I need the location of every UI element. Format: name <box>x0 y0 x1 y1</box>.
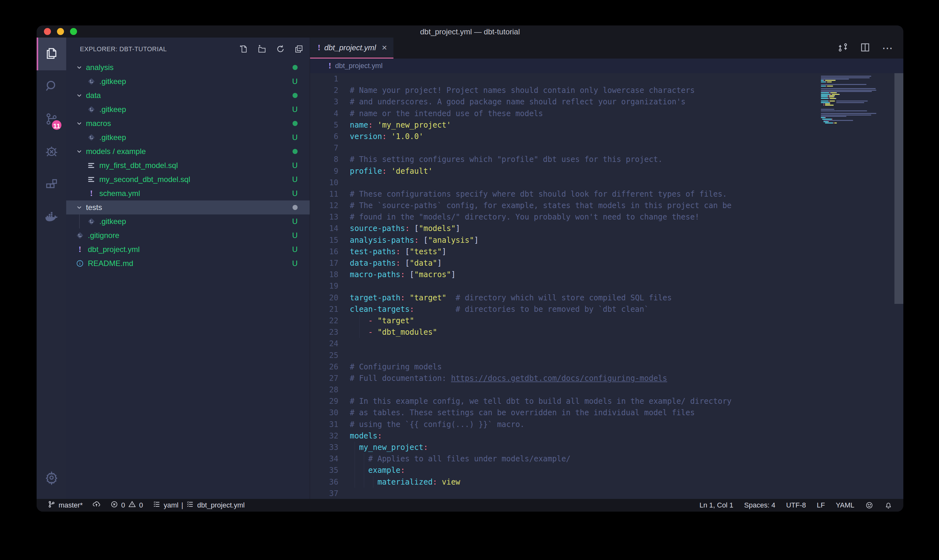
code-line[interactable]: data-paths: ["data"] <box>350 257 904 269</box>
tree-item--gitkeep[interactable]: .gitkeepU <box>66 103 310 117</box>
minimap-line <box>821 84 894 85</box>
code-line[interactable]: - "dbt_modules" <box>350 326 904 338</box>
tree-item-my-first-dbt-model-sql[interactable]: my_first_dbt_model.sqlU <box>66 158 310 172</box>
minimap[interactable] <box>819 74 894 125</box>
code-line[interactable] <box>350 488 904 499</box>
code-line[interactable]: source-paths: ["models"] <box>350 223 904 234</box>
code-line[interactable]: macro-paths: ["macros"] <box>350 269 904 280</box>
minimap-line <box>821 95 894 96</box>
code-line[interactable]: # using the `{{ config(...) }}` macro. <box>350 419 904 430</box>
code-line[interactable]: # Configuring models <box>350 361 904 372</box>
code-area: 1234567891011121314151617181920212223242… <box>310 73 904 499</box>
code-line[interactable]: # as tables. These settings can be overr… <box>350 407 904 418</box>
linter-mode-item[interactable]: yaml | dbt_project.yml <box>152 500 245 510</box>
tree-item-label: models / example <box>86 147 310 156</box>
code-line[interactable] <box>350 350 904 361</box>
code-line[interactable]: profile: 'default' <box>350 165 904 177</box>
code-line[interactable]: test-paths: ["tests"] <box>350 246 904 257</box>
tree-item-macros[interactable]: macros <box>66 117 310 131</box>
git-untracked-badge: U <box>292 161 298 170</box>
tree-item--gitignore[interactable]: .gitignoreU <box>66 228 310 243</box>
tree-item--gitkeep[interactable]: .gitkeepU <box>66 131 310 145</box>
code-line[interactable]: - "target" <box>350 315 904 326</box>
breadcrumb-file[interactable]: dbt_project.yml <box>335 62 383 70</box>
tree-item-tests[interactable]: tests <box>66 200 310 214</box>
explorer-sidebar: EXPLORER: DBT-TUTORIAL analysis.gitkeepU… <box>66 37 310 499</box>
problems-item[interactable]: 0 0 <box>110 500 143 510</box>
tree-item-readme-md[interactable]: README.mdU <box>66 257 310 271</box>
settings-gear-button[interactable] <box>37 462 66 494</box>
code-line[interactable]: version: '1.0.0' <box>350 131 904 142</box>
activity-source-control-button[interactable]: 11 <box>37 103 66 136</box>
gear-icon <box>44 470 59 486</box>
activity-extensions-button[interactable] <box>37 169 66 202</box>
code-line[interactable]: models: <box>350 430 904 442</box>
code-line[interactable] <box>350 338 904 349</box>
line-number: 29 <box>310 395 350 407</box>
code-line[interactable] <box>350 384 904 395</box>
code-line[interactable]: # found in the "models/" directory. You … <box>350 211 904 223</box>
tree-item-dbt-project-yml[interactable]: !dbt_project.ymlU <box>66 243 310 257</box>
tree-item--gitkeep[interactable]: .gitkeepU <box>66 74 310 88</box>
encoding-item[interactable]: UTF-8 <box>786 501 806 509</box>
tree-item-data[interactable]: data <box>66 88 310 103</box>
line-number: 21 <box>310 303 350 315</box>
breadcrumb[interactable]: ! dbt_project.yml <box>310 58 904 73</box>
feedback-smiley-icon[interactable] <box>865 501 873 509</box>
open-changes-icon[interactable] <box>837 42 848 54</box>
code-line[interactable]: materialized: view <box>350 476 904 488</box>
split-editor-icon[interactable] <box>860 42 871 54</box>
code-line[interactable]: example: <box>350 465 904 476</box>
activity-docker-button[interactable] <box>37 202 66 234</box>
collapse-folders-button[interactable] <box>294 44 304 54</box>
line-number: 30 <box>310 407 350 418</box>
status-bar: master* 0 0 <box>37 499 904 512</box>
git-branch-item[interactable]: master* <box>48 500 83 510</box>
minimap-line <box>821 117 894 118</box>
tab-dbt-project-yml[interactable]: ! dbt_project.yml × <box>310 37 393 58</box>
tree-item-schema-yml[interactable]: !schema.ymlU <box>66 186 310 200</box>
code-line[interactable]: # This setting configures which "profile… <box>350 154 904 165</box>
code-line[interactable] <box>350 142 904 154</box>
editor-scrollbar[interactable] <box>894 73 904 304</box>
git-untracked-badge: U <box>292 245 298 254</box>
activity-explorer-button[interactable] <box>37 37 66 70</box>
code-line[interactable]: # In this example config, we tell dbt to… <box>350 395 904 407</box>
tree-item-analysis[interactable]: analysis <box>66 60 310 74</box>
cursor-position-item[interactable]: Ln 1, Col 1 <box>699 501 733 509</box>
new-file-button[interactable] <box>239 44 249 54</box>
activity-debug-button[interactable] <box>37 136 66 169</box>
code-line[interactable] <box>350 280 904 292</box>
activity-search-button[interactable] <box>37 70 66 103</box>
tree-item-models-example[interactable]: models / example <box>66 145 310 158</box>
language-mode-item[interactable]: YAML <box>836 501 854 509</box>
folder-modified-dot <box>292 149 298 154</box>
code-line[interactable]: target-path: "target" # directory which … <box>350 292 904 303</box>
indentation-item[interactable]: Spaces: 4 <box>744 501 775 509</box>
code-content[interactable]: # Name your project! Project names shoul… <box>350 73 904 499</box>
minimap-line <box>821 100 894 102</box>
code-line[interactable]: analysis-paths: ["analysis"] <box>350 234 904 246</box>
code-line[interactable]: # These configurations specify where dbt… <box>350 188 904 200</box>
code-line[interactable]: # The `source-paths` config, for example… <box>350 200 904 211</box>
sync-changes-item[interactable] <box>92 500 101 510</box>
tree-item-label: analysis <box>86 63 310 72</box>
code-line[interactable]: clean-targets: # directories to be remov… <box>350 303 904 315</box>
more-actions-icon[interactable]: ⋯ <box>882 45 894 51</box>
code-line[interactable]: # Applies to all files under models/exam… <box>350 453 904 465</box>
tree-item-my-second-dbt-model-sql[interactable]: my_second_dbt_model.sqlU <box>66 172 310 186</box>
code-line[interactable] <box>350 177 904 188</box>
code-line[interactable]: # Full documentation: https://docs.getdb… <box>350 372 904 384</box>
new-folder-button[interactable] <box>257 44 267 54</box>
close-tab-icon[interactable]: × <box>382 43 387 53</box>
refresh-explorer-button[interactable] <box>276 44 286 54</box>
minimap-line <box>821 109 894 110</box>
tree-item--gitkeep[interactable]: .gitkeepU <box>66 214 310 228</box>
indent-guide <box>359 315 360 326</box>
eol-item[interactable]: LF <box>817 501 825 509</box>
debug-icon <box>44 145 59 160</box>
minimap-line <box>821 121 894 122</box>
code-line[interactable]: my_new_project: <box>350 442 904 453</box>
tree-item-label: .gitignore <box>88 231 310 240</box>
notifications-bell-icon[interactable] <box>884 501 893 509</box>
